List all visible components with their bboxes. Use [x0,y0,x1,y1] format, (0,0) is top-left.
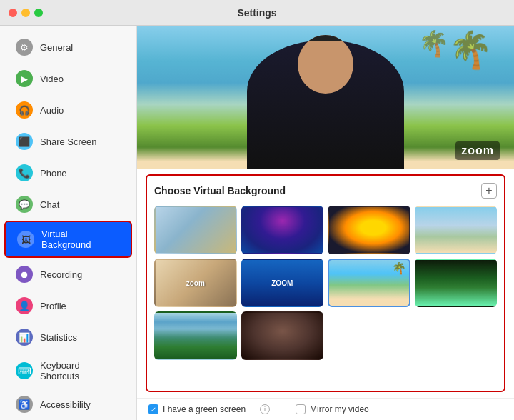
sidebar-item-statistics[interactable]: 📊 Statistics [4,322,132,352]
background-thumb-aurora[interactable] [241,206,324,254]
sidebar-item-audio-label: Audio [40,105,64,116]
sidebar-item-accessibility-label: Accessibility [40,399,91,410]
sidebar-item-statistics-label: Statistics [40,332,77,343]
palm-tree-icon: 🌴 [448,29,493,71]
sidebar-item-phone-label: Phone [40,168,67,179]
virtual-background-panel: Choose Virtual Background + zoom ZOOM 🌴 [146,174,505,392]
mirror-video-label: Mirror my video [310,404,369,414]
mirror-video-checkbox[interactable] [296,404,306,414]
vb-header: Choose Virtual Background + [154,183,497,199]
sidebar-item-profile[interactable]: 👤 Profile [4,291,132,321]
sidebar-item-keyboard-shortcuts[interactable]: ⌨ Keyboard Shortcuts [4,354,132,388]
close-button[interactable] [9,9,17,17]
background-thumb-palm-beach[interactable]: 🌴 [328,259,410,307]
general-icon: ⚙ [16,39,33,56]
background-thumb-space[interactable] [328,206,410,254]
background-grid: zoom ZOOM 🌴 [154,206,497,360]
sidebar-item-virtual-background[interactable]: 🖼 Virtual Background [4,221,132,258]
sidebar-item-audio[interactable]: 🎧 Audio [4,95,132,125]
bottom-bar: ✓ I have a green screen i Mirror my vide… [137,398,514,420]
green-screen-label: I have a green screen [163,404,246,414]
green-screen-checkbox[interactable]: ✓ [148,404,158,414]
sidebar-item-phone[interactable]: 📞 Phone [4,158,132,188]
background-thumb-beach[interactable] [415,206,498,254]
green-screen-checkbox-label[interactable]: ✓ I have a green screen [148,404,246,414]
palm-tree-icon-2: 🌴 [418,29,450,59]
maximize-button[interactable] [34,9,43,17]
sidebar-item-virtual-background-label: Virtual Background [41,229,119,250]
virtual-background-icon: 🖼 [17,231,34,248]
traffic-lights [9,9,43,17]
video-icon: ▶ [16,70,33,87]
profile-icon: 👤 [16,297,33,314]
window-title: Settings [237,7,276,19]
sidebar-item-video[interactable]: ▶ Video [4,64,132,94]
background-thumb-zoom-office[interactable]: ZOOM [241,259,324,307]
minimize-button[interactable] [21,9,30,17]
green-screen-info-icon[interactable]: i [260,404,270,414]
chat-icon: 💬 [16,196,33,213]
sidebar-item-chat-label: Chat [40,199,59,210]
mirror-video-checkbox-label[interactable]: Mirror my video [296,404,369,414]
add-background-button[interactable]: + [481,183,497,199]
sidebar-item-recording[interactable]: ⏺ Recording [4,259,132,289]
video-preview: 🌴 🌴 zoom [137,26,514,169]
keyboard-shortcuts-icon: ⌨ [16,362,33,379]
sidebar: ⚙ General ▶ Video 🎧 Audio ⬛ Share Screen… [0,26,137,420]
sidebar-item-general-label: General [40,42,73,53]
sidebar-item-share-screen-label: Share Screen [40,136,97,147]
background-thumb-waterfall[interactable] [154,311,237,360]
sidebar-item-profile-label: Profile [40,301,66,311]
background-thumb-zoom-lobby[interactable]: zoom [154,259,237,307]
sidebar-item-keyboard-shortcuts-label: Keyboard Shortcuts [40,360,121,381]
background-thumb-coffee[interactable] [241,311,324,360]
sidebar-item-accessibility[interactable]: ♿ Accessibility [4,389,132,419]
sidebar-item-video-label: Video [40,74,64,84]
main-container: ⚙ General ▶ Video 🎧 Audio ⬛ Share Screen… [0,26,514,420]
share-screen-icon: ⬛ [16,133,33,150]
title-bar: Settings [0,0,514,26]
background-thumb-green-aurora[interactable] [415,259,498,307]
statistics-icon: 📊 [16,329,33,346]
sidebar-item-general[interactable]: ⚙ General [4,32,132,62]
background-thumb-office[interactable] [154,206,237,254]
vb-panel-title: Choose Virtual Background [154,185,286,196]
sidebar-item-chat[interactable]: 💬 Chat [4,189,132,219]
sidebar-item-recording-label: Recording [40,269,82,280]
content-area: 🌴 🌴 zoom Choose Virtual Background + [137,26,514,420]
person-head [298,35,353,94]
recording-icon: ⏺ [16,266,33,283]
accessibility-icon: ♿ [16,396,33,413]
audio-icon: 🎧 [16,101,33,119]
zoom-brand-badge: zoom [455,141,500,160]
sidebar-item-share-screen[interactable]: ⬛ Share Screen [4,126,132,156]
phone-icon: 📞 [16,164,33,181]
